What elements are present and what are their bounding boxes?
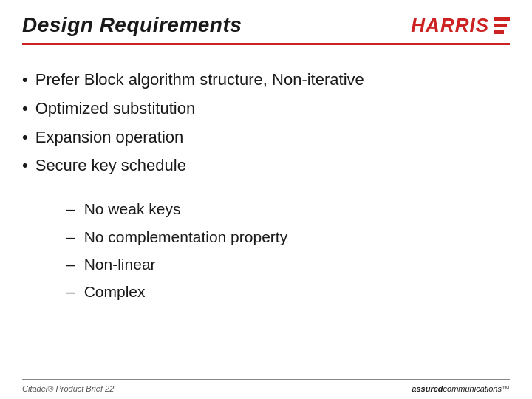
harris-bar-1 bbox=[494, 17, 510, 21]
list-item: – Complex bbox=[66, 278, 510, 305]
bullet-list: • Prefer Block algorithm structure, Non-… bbox=[22, 66, 510, 180]
sub-bullet-list: – No weak keys – No complementation prop… bbox=[66, 195, 510, 306]
bullet-text: Expansion operation bbox=[35, 126, 184, 149]
harris-bar-3 bbox=[494, 30, 504, 34]
list-item: • Prefer Block algorithm structure, Non-… bbox=[22, 66, 510, 95]
main-content: • Prefer Block algorithm structure, Non-… bbox=[0, 45, 532, 306]
footer-content: Citadel® Product Brief 22 assuredcommuni… bbox=[0, 380, 532, 399]
slide-header: Design Requirements HARRIS bbox=[0, 0, 532, 37]
slide-footer: Citadel® Product Brief 22 assuredcommuni… bbox=[0, 379, 532, 400]
bullet-icon: • bbox=[22, 154, 28, 177]
bullet-icon: • bbox=[22, 69, 28, 92]
bullet-icon: • bbox=[22, 126, 28, 149]
sub-bullet-text: Complex bbox=[84, 281, 146, 302]
list-item: • Expansion operation bbox=[22, 123, 510, 152]
harris-logo-bars bbox=[494, 17, 510, 34]
list-item: – No complementation property bbox=[66, 223, 510, 250]
list-item: • Secure key schedule bbox=[22, 151, 510, 180]
list-item: – Non-linear bbox=[66, 250, 510, 278]
sub-bullet-text: Non-linear bbox=[84, 253, 156, 275]
harris-logo: HARRIS bbox=[411, 14, 510, 37]
footer-communications: communications bbox=[443, 384, 502, 393]
list-item: • Optimized substitution bbox=[22, 95, 510, 123]
harris-logo-text: HARRIS bbox=[411, 14, 489, 37]
bullet-text: Optimized substitution bbox=[35, 98, 195, 120]
list-item: – No weak keys bbox=[66, 195, 510, 222]
slide: Design Requirements HARRIS • Prefer Bloc… bbox=[0, 0, 532, 399]
footer-left-text: Citadel® Product Brief 22 bbox=[22, 384, 114, 393]
bullet-icon: • bbox=[22, 98, 28, 120]
footer-trademark: ™ bbox=[502, 384, 510, 393]
sub-bullet-text: No weak keys bbox=[84, 198, 181, 219]
dash-icon: – bbox=[66, 226, 75, 248]
footer-right-text: assuredcommunications™ bbox=[412, 384, 510, 393]
harris-bar-2 bbox=[494, 24, 507, 27]
bullet-text: Secure key schedule bbox=[35, 154, 186, 177]
slide-title: Design Requirements bbox=[22, 13, 242, 37]
dash-icon: – bbox=[66, 281, 75, 302]
dash-icon: – bbox=[66, 253, 75, 275]
dash-icon: – bbox=[66, 198, 75, 219]
footer-assured: assured bbox=[412, 384, 443, 393]
sub-bullet-text: No complementation property bbox=[84, 226, 287, 248]
bullet-text: Prefer Block algorithm structure, Non-it… bbox=[35, 69, 364, 92]
